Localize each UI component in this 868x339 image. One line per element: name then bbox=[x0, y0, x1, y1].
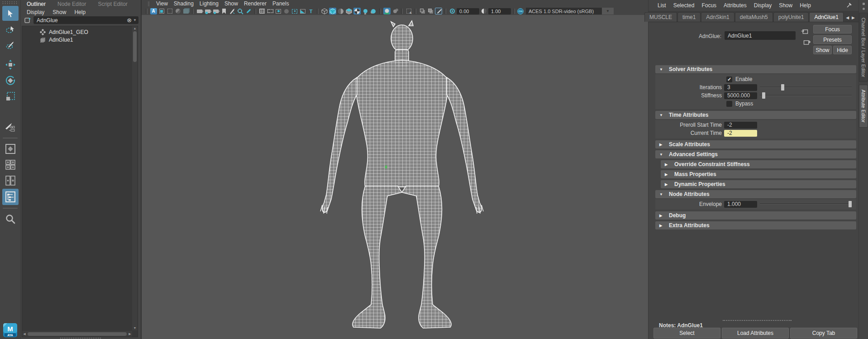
xray-icon[interactable] bbox=[435, 8, 442, 14]
envelope-slider[interactable] bbox=[760, 201, 852, 207]
channel-box-vertical-tab[interactable]: Channel Box / Layer Editor bbox=[859, 13, 868, 82]
move-tool[interactable] bbox=[2, 57, 19, 72]
menu-show[interactable]: Show bbox=[52, 9, 66, 15]
grease-pencil-icon[interactable] bbox=[229, 8, 236, 14]
menu-selected[interactable]: Selected bbox=[673, 2, 695, 9]
section-debug[interactable]: ▶ Debug bbox=[655, 211, 856, 220]
section-solver-attributes[interactable]: ▼ Solver Attributes bbox=[655, 65, 856, 73]
node-name-input[interactable]: AdnGlue1 bbox=[725, 31, 796, 40]
camera-icon[interactable] bbox=[196, 8, 203, 14]
exposure-icon[interactable] bbox=[448, 8, 456, 14]
layout-two-pane[interactable] bbox=[2, 173, 19, 188]
gate-mask-icon[interactable] bbox=[283, 8, 290, 14]
shadows-icon[interactable] bbox=[383, 8, 391, 14]
scale-tool[interactable] bbox=[2, 89, 19, 104]
preroll-field[interactable]: -2 bbox=[724, 122, 757, 129]
plane-a-icon[interactable] bbox=[419, 8, 426, 14]
iterations-field[interactable]: 3 bbox=[724, 84, 757, 91]
pie-region-icon[interactable] bbox=[174, 8, 181, 14]
list-history-icon[interactable] bbox=[801, 29, 809, 34]
select-camera-icon[interactable] bbox=[158, 8, 165, 14]
menu-focus[interactable]: Focus bbox=[701, 2, 716, 9]
outliner-tree[interactable]: AdnGlue1_GEO AdnGlue1 ▲ ▼ ◀ ▶ bbox=[22, 26, 138, 337]
section-override-constraint-stiffness[interactable]: ▶ Override Constraint Stiffness bbox=[661, 160, 856, 168]
menu-view[interactable]: View bbox=[156, 0, 168, 7]
menu-attributes[interactable]: Attributes bbox=[724, 2, 747, 9]
wireframe-icon[interactable] bbox=[321, 8, 328, 14]
section-time-attributes[interactable]: ▼ Time Attributes bbox=[655, 111, 856, 119]
layout-outliner-persp[interactable] bbox=[2, 189, 19, 205]
colorspace-dropdown[interactable]: ACES 1.0 SDR-video (sRGB) ▼ bbox=[526, 8, 614, 14]
focus-button[interactable]: Focus bbox=[813, 25, 852, 33]
list-future-icon[interactable] bbox=[803, 39, 811, 45]
attr-scroll-area[interactable]: ▼ Solver Attributes ✓ Enable Iterations … bbox=[649, 63, 858, 319]
menu-shading[interactable]: Shading bbox=[174, 0, 194, 7]
layout-four-pane[interactable] bbox=[2, 157, 19, 172]
search-dropdown-icon[interactable]: ▼ bbox=[133, 18, 137, 22]
smooth-shade-icon[interactable] bbox=[329, 8, 336, 14]
tab-polyunite1[interactable]: polyUnite1 bbox=[773, 12, 809, 22]
bookmark-icon[interactable] bbox=[220, 8, 228, 14]
select-tool[interactable] bbox=[2, 6, 19, 21]
dashed-gate-icon[interactable] bbox=[166, 8, 173, 14]
menu-lighting[interactable]: Lighting bbox=[200, 0, 219, 7]
section-extra-attributes[interactable]: ▶ Extra Attributes bbox=[655, 221, 856, 229]
scroll-right-icon[interactable]: ▶ bbox=[128, 332, 132, 336]
hide-button[interactable]: Hide bbox=[833, 46, 852, 54]
scroll-down-icon[interactable]: ▼ bbox=[132, 326, 138, 330]
tree-item-geo[interactable]: AdnGlue1_GEO bbox=[22, 28, 138, 36]
bypass-checkbox[interactable] bbox=[726, 101, 732, 107]
scroll-up-icon[interactable]: ▲ bbox=[132, 26, 138, 31]
tab-outliner[interactable]: Outliner bbox=[27, 1, 46, 7]
tree-vertical-scrollbar[interactable]: ▲ ▼ bbox=[132, 26, 138, 330]
tree-item-glue[interactable]: AdnGlue1 bbox=[22, 36, 138, 43]
select-button[interactable]: Select bbox=[653, 328, 720, 339]
menu-help[interactable]: Help bbox=[74, 9, 86, 15]
field-chart-icon[interactable] bbox=[291, 8, 298, 14]
current-time-field[interactable]: -2 bbox=[724, 130, 757, 137]
section-mass-properties[interactable]: ▶ Mass Properties bbox=[661, 170, 856, 178]
strip-handle-icon[interactable] bbox=[863, 3, 865, 5]
tab-muscle[interactable]: MUSCLE bbox=[644, 12, 677, 22]
menu-show-ae[interactable]: Show bbox=[779, 2, 792, 9]
gamma-field[interactable]: 1.00 bbox=[488, 8, 511, 14]
menu-show-vp[interactable]: Show bbox=[224, 0, 238, 7]
camera-attrs-a-icon[interactable]: A bbox=[150, 8, 157, 14]
menu-display[interactable]: Display bbox=[27, 9, 44, 15]
iterations-slider[interactable] bbox=[760, 84, 852, 91]
ambient-occlusion-icon[interactable] bbox=[391, 8, 399, 14]
menu-display-ae[interactable]: Display bbox=[754, 2, 772, 9]
h-scroll-thumb[interactable] bbox=[28, 332, 127, 336]
stiffness-field[interactable]: 5000.000 bbox=[724, 92, 757, 99]
section-advanced-settings[interactable]: ▼ Advanced Settings bbox=[655, 150, 856, 158]
section-node-attributes[interactable]: ▼ Node Attributes bbox=[655, 190, 856, 198]
pencil-icon[interactable] bbox=[245, 8, 252, 14]
lasso-tool[interactable] bbox=[2, 22, 19, 37]
menu-panels[interactable]: Panels bbox=[272, 0, 289, 7]
textured-icon[interactable] bbox=[353, 8, 361, 14]
menu-renderer[interactable]: Renderer bbox=[244, 0, 267, 7]
default-light-icon[interactable] bbox=[370, 8, 377, 14]
tree-horizontal-scrollbar[interactable]: ◀ ▶ bbox=[22, 331, 132, 337]
resolution-gate-icon[interactable] bbox=[275, 8, 282, 14]
zoom-search-tool[interactable] bbox=[2, 211, 19, 226]
gamma-icon[interactable] bbox=[480, 8, 487, 14]
layout-single-pane[interactable] bbox=[2, 141, 19, 156]
lights-icon[interactable] bbox=[362, 8, 369, 14]
load-attributes-button[interactable]: Load Attributes bbox=[722, 328, 789, 339]
paint-select-tool[interactable] bbox=[2, 38, 19, 53]
tab-script-editor[interactable]: Script Editor bbox=[98, 1, 127, 7]
image-plane-icon[interactable] bbox=[182, 8, 190, 14]
notes-resize-grip[interactable] bbox=[723, 320, 792, 321]
tab-scroll-left-icon[interactable]: ◀ bbox=[846, 15, 849, 20]
show-button[interactable]: Show bbox=[813, 46, 832, 54]
camera-lock-icon[interactable] bbox=[204, 8, 211, 14]
search-input[interactable]: AdnGlue ⊗ ▼ bbox=[33, 16, 138, 24]
artisan-paint-tool[interactable] bbox=[2, 120, 19, 135]
tab-time1[interactable]: time1 bbox=[677, 12, 701, 22]
menu-help-ae[interactable]: Help bbox=[800, 2, 811, 9]
dropdown-caret-icon[interactable]: ▼ bbox=[602, 8, 614, 14]
scroll-left-icon[interactable]: ◀ bbox=[22, 332, 27, 336]
enable-checkbox[interactable]: ✓ bbox=[726, 76, 732, 82]
toolbox-grip[interactable] bbox=[2, 1, 19, 5]
